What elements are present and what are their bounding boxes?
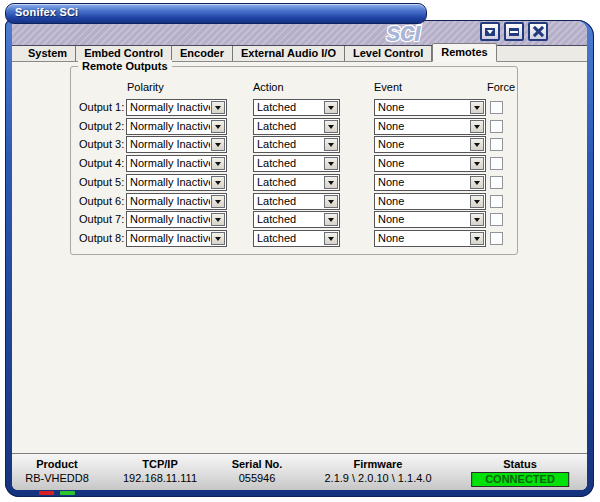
event-select-4[interactable]: None <box>374 155 486 172</box>
action-select-8[interactable]: Latched <box>253 230 340 247</box>
action-select-3-value: Latched <box>254 137 323 152</box>
action-select-1-value: Latched <box>254 100 323 115</box>
polarity-select-1-value: Normally Inactive <box>127 100 210 115</box>
window-title: Sonifex SCi <box>15 6 78 18</box>
polarity-select-5-value: Normally Inactive <box>127 175 210 190</box>
event-select-7-value: None <box>375 212 469 227</box>
status-value-serial-no: 055946 <box>232 472 283 484</box>
dropdown-arrow-icon[interactable] <box>470 120 484 133</box>
dropdown-arrow-icon[interactable] <box>324 232 338 245</box>
force-checkbox-3[interactable] <box>490 138 503 151</box>
tab-encoder[interactable]: Encoder <box>172 46 233 61</box>
dropdown-arrow-icon[interactable] <box>470 138 484 151</box>
dropdown-arrow-icon[interactable] <box>470 195 484 208</box>
close-button[interactable] <box>528 22 548 41</box>
polarity-select-6-value: Normally Inactive <box>127 194 210 209</box>
action-select-7[interactable]: Latched <box>253 211 340 228</box>
polarity-select-8[interactable]: Normally Inactive <box>126 230 227 247</box>
event-select-8-value: None <box>375 231 469 246</box>
output-1-label: Output 1: <box>79 101 124 113</box>
force-checkbox-6[interactable] <box>490 195 503 208</box>
polarity-select-2[interactable]: Normally Inactive <box>126 118 227 135</box>
force-checkbox-8[interactable] <box>490 232 503 245</box>
event-select-1[interactable]: None <box>374 99 486 116</box>
tab-level-control[interactable]: Level Control <box>345 46 432 61</box>
polarity-select-4[interactable]: Normally Inactive <box>126 155 227 172</box>
dropdown-arrow-icon[interactable] <box>324 101 338 114</box>
dropdown-arrow-icon[interactable] <box>324 120 338 133</box>
force-checkbox-2[interactable] <box>490 120 503 133</box>
event-select-8[interactable]: None <box>374 230 486 247</box>
event-select-2[interactable]: None <box>374 118 486 135</box>
dropdown-arrow-icon[interactable] <box>470 232 484 245</box>
polarity-select-5[interactable]: Normally Inactive <box>126 174 227 191</box>
shade-button[interactable] <box>480 22 500 41</box>
dropdown-arrow-icon[interactable] <box>211 195 225 208</box>
dropdown-arrow-icon[interactable] <box>211 213 225 226</box>
output-4-label: Output 4: <box>79 157 124 169</box>
action-select-5[interactable]: Latched <box>253 174 340 191</box>
status-header-serial-no: Serial No. <box>232 458 283 470</box>
event-select-1-value: None <box>375 100 469 115</box>
event-select-3[interactable]: None <box>374 136 486 153</box>
dropdown-arrow-icon[interactable] <box>324 176 338 189</box>
output-2-label: Output 2: <box>79 120 124 132</box>
dropdown-arrow-icon[interactable] <box>470 157 484 170</box>
tab-embed-control[interactable]: Embed Control <box>76 46 172 61</box>
minimize-button[interactable] <box>504 22 524 41</box>
force-checkbox-4[interactable] <box>490 157 503 170</box>
dropdown-arrow-icon[interactable] <box>211 101 225 114</box>
polarity-select-3-value: Normally Inactive <box>127 137 210 152</box>
status-header-product: Product <box>25 458 89 470</box>
output-8-label: Output 8: <box>79 232 124 244</box>
tab-system[interactable]: System <box>20 46 76 61</box>
dropdown-arrow-icon[interactable] <box>470 176 484 189</box>
output-3-label: Output 3: <box>79 138 124 150</box>
action-select-6[interactable]: Latched <box>253 193 340 210</box>
force-checkbox-5[interactable] <box>490 176 503 189</box>
dropdown-arrow-icon[interactable] <box>211 176 225 189</box>
output-6-label: Output 6: <box>79 195 124 207</box>
action-select-2-value: Latched <box>254 119 323 134</box>
window-inner: sci SystemEmbed ControlEncoderExternal A… <box>12 21 587 490</box>
polarity-select-1[interactable]: Normally Inactive <box>126 99 227 116</box>
green-led <box>60 491 75 495</box>
status-header-tcp-ip: TCP/IP <box>123 458 197 470</box>
title-bar[interactable]: Sonifex SCi <box>5 3 427 24</box>
dropdown-arrow-icon[interactable] <box>470 213 484 226</box>
dropdown-arrow-icon[interactable] <box>211 157 225 170</box>
dropdown-arrow-icon[interactable] <box>211 120 225 133</box>
sonifex-sci-window: Sonifex SCi sci SystemEmbed ControlEncod… <box>0 0 600 502</box>
polarity-select-7[interactable]: Normally Inactive <box>126 211 227 228</box>
dropdown-arrow-icon[interactable] <box>470 101 484 114</box>
force-checkbox-1[interactable] <box>490 101 503 114</box>
tab-remotes[interactable]: Remotes <box>432 43 496 62</box>
event-select-3-value: None <box>375 137 469 152</box>
action-select-3[interactable]: Latched <box>253 136 340 153</box>
action-select-4[interactable]: Latched <box>253 155 340 172</box>
tab-external-audio-i-o[interactable]: External Audio I/O <box>233 46 345 61</box>
force-checkbox-7[interactable] <box>490 213 503 226</box>
polarity-select-3[interactable]: Normally Inactive <box>126 136 227 153</box>
dropdown-arrow-icon[interactable] <box>324 138 338 151</box>
output-5-label: Output 5: <box>79 176 124 188</box>
event-select-7[interactable]: None <box>374 211 486 228</box>
dropdown-arrow-icon[interactable] <box>324 213 338 226</box>
action-select-1[interactable]: Latched <box>253 99 340 116</box>
status-bar: ProductRB-VHEDD8TCP/IP192.168.11.111Seri… <box>12 453 587 490</box>
dropdown-arrow-icon[interactable] <box>211 232 225 245</box>
close-icon <box>533 26 544 37</box>
status-header-status: Status <box>471 458 569 470</box>
action-select-5-value: Latched <box>254 175 323 190</box>
status-value-status: CONNECTED <box>471 472 569 487</box>
sci-logo: sci <box>386 21 421 48</box>
dropdown-arrow-icon[interactable] <box>324 195 338 208</box>
dropdown-arrow-icon[interactable] <box>211 138 225 151</box>
polarity-select-6[interactable]: Normally Inactive <box>126 193 227 210</box>
window-controls <box>480 22 548 41</box>
event-select-6[interactable]: None <box>374 193 486 210</box>
dropdown-arrow-icon[interactable] <box>324 157 338 170</box>
status-field-serial-no: Serial No.055946 <box>232 458 283 484</box>
action-select-2[interactable]: Latched <box>253 118 340 135</box>
event-select-5[interactable]: None <box>374 174 486 191</box>
